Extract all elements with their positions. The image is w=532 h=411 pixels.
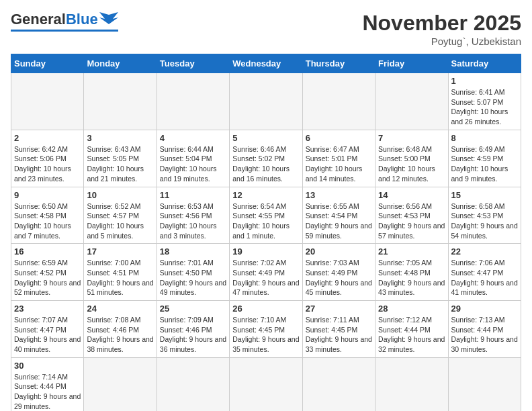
calendar-cell: 7Sunrise: 6:48 AM Sunset: 5:00 PM Daylig… [375, 130, 448, 187]
day-info: Sunrise: 7:07 AM Sunset: 4:47 PM Dayligh… [14, 315, 81, 355]
day-number: 18 [160, 246, 226, 257]
calendar-cell: 11Sunrise: 6:53 AM Sunset: 4:56 PM Dayli… [157, 187, 229, 244]
weekday-header-row: SundayMondayTuesdayWednesdayThursdayFrid… [11, 54, 521, 73]
calendar-cell: 13Sunrise: 6:55 AM Sunset: 4:54 PM Dayli… [302, 187, 375, 244]
location: Poytug`, Uzbekistan [362, 36, 521, 47]
month-title: November 2025 [362, 11, 521, 36]
calendar-cell: 27Sunrise: 7:11 AM Sunset: 4:45 PM Dayli… [302, 301, 375, 358]
day-info: Sunrise: 7:00 AM Sunset: 4:51 PM Dayligh… [87, 258, 153, 298]
week-row-5: 23Sunrise: 7:07 AM Sunset: 4:47 PM Dayli… [11, 301, 521, 358]
day-info: Sunrise: 7:13 AM Sunset: 4:44 PM Dayligh… [451, 315, 518, 355]
logo-blue-text: Blue [66, 11, 98, 28]
calendar-cell: 19Sunrise: 7:02 AM Sunset: 4:49 PM Dayli… [230, 244, 302, 301]
calendar-header: SundayMondayTuesdayWednesdayThursdayFrid… [11, 54, 521, 73]
day-info: Sunrise: 6:46 AM Sunset: 5:02 PM Dayligh… [232, 144, 299, 184]
calendar-cell [84, 73, 157, 130]
calendar-cell [11, 73, 84, 130]
day-number: 17 [87, 246, 153, 257]
page-header: General Blue November 2025 Poytug`, Uzbe… [11, 11, 521, 47]
day-info: Sunrise: 6:47 AM Sunset: 5:01 PM Dayligh… [306, 144, 372, 184]
calendar-cell [157, 357, 229, 411]
calendar-cell: 4Sunrise: 6:44 AM Sunset: 5:04 PM Daylig… [157, 130, 229, 187]
day-number: 4 [160, 133, 226, 143]
day-info: Sunrise: 7:01 AM Sunset: 4:50 PM Dayligh… [160, 258, 226, 298]
day-number: 3 [87, 133, 153, 143]
day-number: 28 [378, 304, 445, 314]
weekday-header-tuesday: Tuesday [157, 54, 229, 73]
day-number: 21 [378, 246, 445, 257]
calendar-cell [302, 357, 375, 411]
day-number: 8 [451, 133, 518, 143]
day-info: Sunrise: 6:56 AM Sunset: 4:53 PM Dayligh… [378, 201, 445, 241]
weekday-header-monday: Monday [84, 54, 157, 73]
day-number: 15 [451, 190, 518, 200]
day-info: Sunrise: 6:49 AM Sunset: 4:59 PM Dayligh… [451, 144, 518, 184]
calendar-cell: 28Sunrise: 7:12 AM Sunset: 4:44 PM Dayli… [375, 301, 448, 358]
svg-marker-0 [99, 12, 118, 24]
day-info: Sunrise: 7:14 AM Sunset: 4:44 PM Dayligh… [14, 372, 81, 411]
day-info: Sunrise: 7:05 AM Sunset: 4:48 PM Dayligh… [378, 258, 445, 298]
calendar-cell: 22Sunrise: 7:06 AM Sunset: 4:47 PM Dayli… [448, 244, 521, 301]
calendar-cell [157, 73, 229, 130]
week-row-4: 16Sunrise: 6:59 AM Sunset: 4:52 PM Dayli… [11, 244, 521, 301]
day-number: 13 [306, 190, 372, 200]
calendar-cell: 9Sunrise: 6:50 AM Sunset: 4:58 PM Daylig… [11, 187, 84, 244]
day-info: Sunrise: 6:58 AM Sunset: 4:53 PM Dayligh… [451, 201, 518, 241]
weekday-header-friday: Friday [375, 54, 448, 73]
calendar-cell: 2Sunrise: 6:42 AM Sunset: 5:06 PM Daylig… [11, 130, 84, 187]
calendar-cell [302, 73, 375, 130]
week-row-1: 1Sunrise: 6:41 AM Sunset: 5:07 PM Daylig… [11, 73, 521, 130]
day-number: 2 [14, 133, 81, 143]
calendar-cell: 18Sunrise: 7:01 AM Sunset: 4:50 PM Dayli… [157, 244, 229, 301]
calendar-cell: 26Sunrise: 7:10 AM Sunset: 4:45 PM Dayli… [230, 301, 302, 358]
day-info: Sunrise: 7:08 AM Sunset: 4:46 PM Dayligh… [87, 315, 153, 355]
day-number: 12 [232, 190, 299, 200]
day-number: 16 [14, 246, 81, 257]
calendar-cell: 15Sunrise: 6:58 AM Sunset: 4:53 PM Dayli… [448, 187, 521, 244]
day-number: 11 [160, 190, 226, 200]
calendar-cell: 17Sunrise: 7:00 AM Sunset: 4:51 PM Dayli… [84, 244, 157, 301]
calendar-cell: 21Sunrise: 7:05 AM Sunset: 4:48 PM Dayli… [375, 244, 448, 301]
day-number: 14 [378, 190, 445, 200]
calendar-cell [375, 73, 448, 130]
title-block: November 2025 Poytug`, Uzbekistan [362, 11, 521, 47]
logo: General Blue [11, 11, 118, 32]
day-info: Sunrise: 6:55 AM Sunset: 4:54 PM Dayligh… [306, 201, 372, 241]
logo-underline [11, 30, 118, 32]
calendar-cell [230, 357, 302, 411]
calendar-cell [375, 357, 448, 411]
calendar-cell: 12Sunrise: 6:54 AM Sunset: 4:55 PM Dayli… [230, 187, 302, 244]
calendar-cell: 5Sunrise: 6:46 AM Sunset: 5:02 PM Daylig… [230, 130, 302, 187]
day-info: Sunrise: 6:41 AM Sunset: 5:07 PM Dayligh… [451, 87, 518, 127]
day-number: 6 [306, 133, 372, 143]
calendar-cell: 23Sunrise: 7:07 AM Sunset: 4:47 PM Dayli… [11, 301, 84, 358]
week-row-3: 9Sunrise: 6:50 AM Sunset: 4:58 PM Daylig… [11, 187, 521, 244]
calendar-cell: 6Sunrise: 6:47 AM Sunset: 5:01 PM Daylig… [302, 130, 375, 187]
day-info: Sunrise: 6:52 AM Sunset: 4:57 PM Dayligh… [87, 201, 153, 241]
calendar-cell: 25Sunrise: 7:09 AM Sunset: 4:46 PM Dayli… [157, 301, 229, 358]
day-number: 29 [451, 304, 518, 314]
calendar-body: 1Sunrise: 6:41 AM Sunset: 5:07 PM Daylig… [11, 73, 521, 412]
calendar-cell: 24Sunrise: 7:08 AM Sunset: 4:46 PM Dayli… [84, 301, 157, 358]
day-info: Sunrise: 7:09 AM Sunset: 4:46 PM Dayligh… [160, 315, 226, 355]
day-info: Sunrise: 7:03 AM Sunset: 4:49 PM Dayligh… [306, 258, 372, 298]
day-number: 22 [451, 246, 518, 257]
weekday-header-sunday: Sunday [11, 54, 84, 73]
day-info: Sunrise: 7:10 AM Sunset: 4:45 PM Dayligh… [232, 315, 299, 355]
calendar-cell: 30Sunrise: 7:14 AM Sunset: 4:44 PM Dayli… [11, 357, 84, 411]
day-number: 20 [306, 246, 372, 257]
week-row-6: 30Sunrise: 7:14 AM Sunset: 4:44 PM Dayli… [11, 357, 521, 411]
day-number: 25 [160, 304, 226, 314]
day-info: Sunrise: 7:06 AM Sunset: 4:47 PM Dayligh… [451, 258, 518, 298]
day-info: Sunrise: 6:59 AM Sunset: 4:52 PM Dayligh… [14, 258, 81, 298]
day-number: 27 [306, 304, 372, 314]
day-info: Sunrise: 7:02 AM Sunset: 4:49 PM Dayligh… [232, 258, 299, 298]
day-number: 9 [14, 190, 81, 200]
day-info: Sunrise: 6:42 AM Sunset: 5:06 PM Dayligh… [14, 144, 81, 184]
day-number: 10 [87, 190, 153, 200]
day-info: Sunrise: 6:54 AM Sunset: 4:55 PM Dayligh… [232, 201, 299, 241]
calendar-cell: 29Sunrise: 7:13 AM Sunset: 4:44 PM Dayli… [448, 301, 521, 358]
calendar-cell: 10Sunrise: 6:52 AM Sunset: 4:57 PM Dayli… [84, 187, 157, 244]
day-info: Sunrise: 6:53 AM Sunset: 4:56 PM Dayligh… [160, 201, 226, 241]
week-row-2: 2Sunrise: 6:42 AM Sunset: 5:06 PM Daylig… [11, 130, 521, 187]
